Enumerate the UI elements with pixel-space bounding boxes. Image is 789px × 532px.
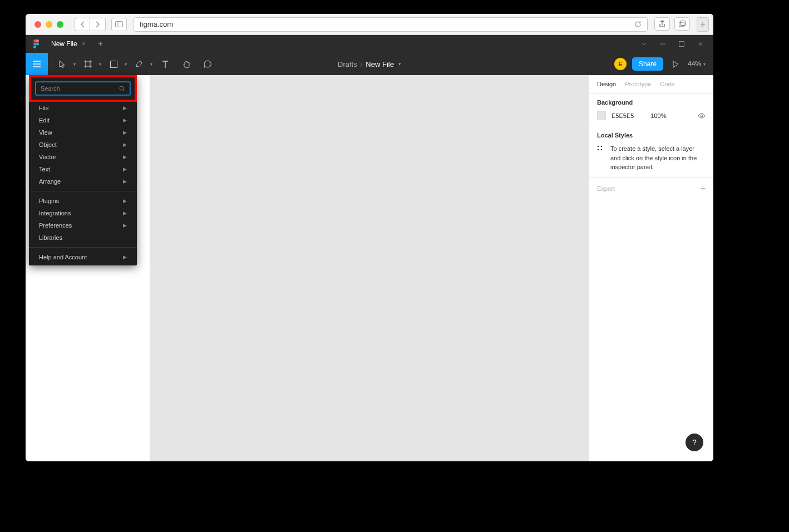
submenu-arrow-icon: ▶	[123, 223, 127, 228]
browser-forward-button[interactable]	[90, 18, 106, 31]
local-styles-title: Local Styles	[597, 132, 706, 139]
pen-tool[interactable]: ▾	[129, 53, 155, 75]
zoom-value: 44%	[688, 60, 701, 68]
menu-item-object[interactable]: Object▶	[29, 139, 137, 151]
figma-logo-icon[interactable]	[26, 40, 36, 48]
chevron-down-icon: ▾	[703, 62, 706, 67]
menu-search-field[interactable]	[36, 82, 130, 95]
background-hex[interactable]: E5E5E5	[612, 112, 634, 119]
move-tool[interactable]: ▾	[52, 53, 78, 75]
text-tool[interactable]	[155, 53, 176, 75]
reload-icon[interactable]	[634, 21, 642, 28]
export-label: Export	[597, 185, 615, 192]
export-section[interactable]: Export +	[589, 178, 713, 199]
svg-rect-0	[116, 22, 123, 27]
file-tab[interactable]: New File ×	[46, 35, 91, 53]
tab-prototype[interactable]: Prototype	[625, 81, 651, 87]
background-swatch[interactable]	[597, 111, 606, 120]
menu-item-text[interactable]: Text▶	[29, 163, 137, 175]
menu-item-file[interactable]: File▶	[29, 102, 137, 114]
main-menu-button[interactable]	[26, 53, 48, 75]
svg-point-4	[36, 43, 39, 46]
menu-item-label: Preferences	[39, 222, 72, 229]
window-maximize-icon[interactable]	[57, 21, 63, 28]
menu-item-vector[interactable]: Vector▶	[29, 151, 137, 163]
browser-chrome: figma.com +	[26, 14, 713, 35]
avatar[interactable]: E	[614, 58, 627, 70]
tab-code[interactable]: Code	[660, 81, 674, 87]
present-button[interactable]	[669, 61, 682, 68]
breadcrumb[interactable]: Drafts / New File ▾	[338, 60, 401, 68]
submenu-arrow-icon: ▶	[123, 166, 127, 172]
canvas[interactable]	[150, 75, 589, 461]
breadcrumb-separator: /	[361, 60, 363, 68]
add-export-icon[interactable]: +	[701, 184, 706, 194]
menu-item-view[interactable]: View▶	[29, 126, 137, 139]
submenu-arrow-icon: ▶	[123, 130, 127, 135]
local-styles-hint: To create a style, select a layer and cl…	[610, 144, 706, 172]
menu-item-label: Integrations	[39, 210, 71, 216]
menu-item-label: Edit	[39, 117, 50, 124]
svg-rect-14	[110, 61, 117, 67]
close-tab-icon[interactable]: ×	[82, 40, 86, 48]
menu-item-label: Arrange	[39, 178, 61, 185]
menu-search-highlight	[29, 75, 137, 102]
window-minimize-icon[interactable]	[46, 21, 52, 28]
svg-point-17	[601, 146, 603, 147]
menu-item-edit[interactable]: Edit▶	[29, 114, 137, 126]
window-minimize-button[interactable]	[660, 43, 665, 45]
chevron-down-icon: ▾	[125, 62, 127, 67]
window-close-button[interactable]	[698, 41, 703, 47]
menu-item-plugins[interactable]: Plugins▶	[29, 195, 137, 207]
menu-item-preferences[interactable]: Preferences▶	[29, 219, 137, 231]
main-menu-dropdown: File▶Edit▶View▶Object▶Vector▶Text▶Arrang…	[29, 75, 137, 265]
browser-share-button[interactable]	[654, 17, 670, 31]
inspector-tabs: Design Prototype Code	[589, 75, 713, 93]
tab-design[interactable]: Design	[597, 81, 616, 87]
svg-rect-3	[680, 21, 686, 25]
visibility-toggle-icon[interactable]	[698, 113, 706, 119]
chevron-down-icon: ▾	[73, 62, 76, 67]
zoom-control[interactable]: 44% ▾	[688, 60, 706, 68]
browser-tabs-button[interactable]	[674, 17, 690, 31]
menu-divider	[29, 247, 137, 248]
window-maximize-button[interactable]	[679, 41, 684, 47]
menu-item-arrange[interactable]: Arrange▶	[29, 175, 137, 188]
svg-line-21	[124, 90, 125, 91]
menu-item-help-and-account[interactable]: Help and Account▶	[29, 251, 137, 263]
browser-new-tab-button[interactable]: +	[697, 17, 709, 32]
menu-item-label: Plugins	[39, 198, 59, 204]
svg-rect-6	[679, 42, 684, 47]
browser-url-bar[interactable]: figma.com	[134, 17, 648, 32]
submenu-arrow-icon: ▶	[123, 105, 127, 111]
window-close-icon[interactable]	[34, 21, 41, 28]
hand-tool[interactable]	[176, 53, 197, 75]
shape-tool[interactable]: ▾	[103, 53, 129, 75]
menu-item-label: View	[39, 129, 52, 136]
browser-back-button[interactable]	[75, 18, 90, 31]
menu-item-label: Text	[39, 166, 50, 173]
menu-divider	[29, 191, 137, 191]
new-tab-button[interactable]: +	[93, 39, 108, 49]
background-opacity[interactable]: 100%	[650, 112, 666, 119]
menu-item-libraries[interactable]: Libraries	[29, 231, 137, 244]
search-icon	[119, 86, 125, 92]
svg-point-20	[120, 86, 124, 90]
traffic-lights	[30, 21, 68, 28]
window-dropdown-icon[interactable]	[641, 42, 647, 46]
app-titlebar: New File × +	[26, 35, 713, 53]
browser-sidebar-toggle[interactable]	[111, 18, 127, 31]
menu-search-input[interactable]	[41, 85, 119, 92]
frame-tool[interactable]: ▾	[78, 53, 103, 75]
submenu-arrow-icon: ▶	[123, 210, 127, 216]
submenu-arrow-icon: ▶	[123, 198, 127, 204]
svg-point-16	[598, 146, 599, 147]
menu-item-integrations[interactable]: Integrations▶	[29, 207, 137, 219]
help-button[interactable]: ?	[686, 434, 703, 451]
svg-point-19	[601, 149, 603, 151]
tab-label: New File	[51, 40, 77, 48]
comment-tool[interactable]	[197, 53, 218, 75]
chevron-down-icon: ▾	[398, 61, 401, 67]
styles-grid-icon	[597, 144, 605, 172]
share-button[interactable]: Share	[632, 57, 663, 71]
